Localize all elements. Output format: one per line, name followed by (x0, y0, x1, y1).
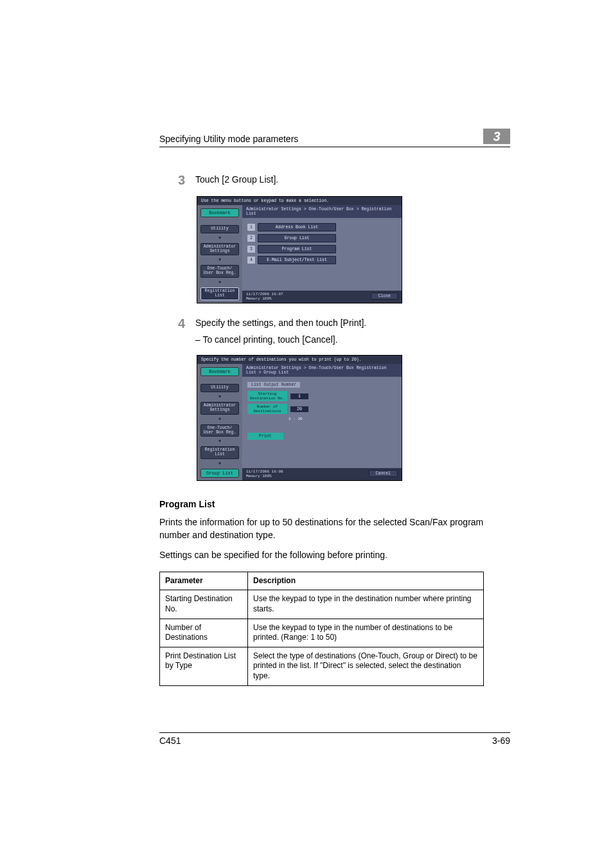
screenshot-group-list: Specify the number of destinations you w… (197, 355, 402, 481)
nav-arrow-icon: ▼ (200, 462, 239, 466)
menu-email-subject-text-list[interactable]: E-Mail Subject/Text List (258, 256, 336, 264)
nav-arrow-icon: ▼ (200, 280, 239, 285)
number-dest-range: 1 - 20 (289, 417, 396, 421)
starting-dest-value[interactable]: 1 (290, 393, 308, 399)
nav-admin-settings[interactable]: Administrator Settings (200, 243, 239, 256)
menu-address-book-list[interactable]: Address Book List (258, 223, 336, 231)
col-parameter: Parameter (160, 572, 248, 590)
number-dest-label[interactable]: Number of Destinations (247, 404, 287, 414)
shot1-memory: Memory 100% (246, 296, 283, 301)
table-row: Starting Destination No. Use the keypad … (160, 590, 484, 619)
desc-print-by-type: Select the type of destinations (One-Tou… (248, 647, 484, 685)
menu-program-list[interactable]: Program List (258, 245, 336, 253)
shot2-memory: Memory 100% (246, 474, 283, 478)
program-list-desc-2: Settings can be specified for the follow… (159, 548, 510, 561)
close-button[interactable]: Close (371, 293, 398, 300)
menu-num-3: 3 (247, 246, 255, 253)
header-title: Specifying Utility mode parameters (159, 134, 298, 144)
shot1-instruction: Use the menu buttons or keypad to make a… (197, 197, 402, 205)
shot2-datetime: 11/17/2006 16:08 (246, 469, 283, 474)
step-3-number: 3 (159, 173, 195, 187)
nav-arrow-icon: ▼ (200, 395, 239, 399)
menu-num-1: 1 (247, 224, 255, 231)
footer-page: 3-69 (492, 736, 510, 746)
step-3-text: Touch [2 Group List]. (195, 173, 510, 187)
nav-registration-list[interactable]: Registration List (200, 287, 239, 300)
table-row: Number of Destinations Use the keypad to… (160, 619, 484, 647)
param-print-by-type: Print Destination List by Type (160, 647, 248, 685)
section-title-program-list: Program List (159, 499, 510, 509)
shot2-instruction: Specify the number of destinations you w… (197, 356, 402, 364)
footer-model: C451 (159, 736, 181, 746)
nav-group-list[interactable]: Group List (200, 469, 239, 478)
menu-group-list[interactable]: Group List (258, 234, 336, 242)
shot1-datetime: 11/17/2006 16:07 (246, 292, 283, 296)
bookmark-button[interactable]: Bookmark (200, 367, 239, 376)
nav-utility[interactable]: Utility (200, 384, 239, 392)
menu-num-2: 2 (247, 235, 255, 242)
desc-num-dest: Use the keypad to type in the number of … (248, 619, 484, 647)
number-dest-value[interactable]: 20 (290, 406, 308, 412)
nav-arrow-icon: ▼ (200, 417, 239, 422)
nav-admin-settings[interactable]: Administrator Settings (200, 402, 239, 415)
shot1-breadcrumb: Administrator Settings > One-Touch/User … (242, 205, 402, 218)
cancel-button[interactable]: Cancel (369, 470, 398, 477)
nav-arrow-icon: ▼ (200, 439, 239, 444)
shot2-breadcrumb: Administrator Settings > One-Touch/User … (242, 364, 402, 377)
menu-num-4: 4 (247, 257, 255, 264)
screenshot-registration-list: Use the menu buttons or keypad to make a… (197, 196, 402, 303)
parameter-table: Parameter Description Starting Destinati… (159, 572, 484, 686)
nav-utility[interactable]: Utility (200, 225, 239, 233)
bookmark-button[interactable]: Bookmark (200, 208, 239, 217)
print-button[interactable]: Print (247, 433, 283, 440)
chapter-badge: 3 (483, 129, 510, 144)
starting-dest-label[interactable]: Starting Destination No. (247, 391, 287, 401)
col-description: Description (248, 572, 484, 590)
nav-onetouch[interactable]: One-Touch/ User Box Reg. (200, 265, 239, 278)
step-4-sub: – To cancel printing, touch [Cancel]. (195, 333, 510, 346)
step-4-number: 4 (159, 316, 195, 347)
desc-starting-dest: Use the keypad to type in the destinatio… (248, 590, 484, 619)
param-starting-dest: Starting Destination No. (160, 590, 248, 619)
param-num-dest: Number of Destinations (160, 619, 248, 647)
list-output-number-label: List Output Number (247, 382, 300, 388)
nav-arrow-icon: ▼ (200, 236, 239, 240)
nav-arrow-icon: ▼ (200, 258, 239, 262)
program-list-desc-1: Prints the information for up to 50 dest… (159, 516, 510, 542)
nav-onetouch[interactable]: One-Touch/ User Box Reg. (200, 424, 239, 437)
step-4-text: Specify the settings, and then touch [Pr… (195, 316, 510, 329)
table-row: Print Destination List by Type Select th… (160, 647, 484, 685)
nav-registration-list[interactable]: Registration List (200, 446, 239, 459)
